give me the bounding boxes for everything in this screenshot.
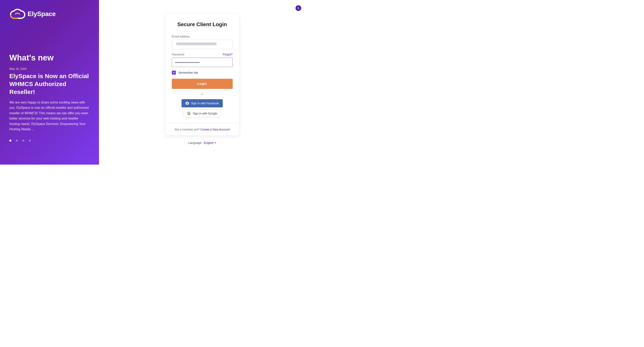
facebook-signin-button[interactable]: Sign in with Facebook	[182, 99, 223, 107]
create-account-link[interactable]: Create a New Account	[200, 128, 230, 131]
google-icon	[187, 112, 191, 115]
facebook-icon	[186, 102, 189, 105]
remember-me-row: Remember Me	[172, 71, 233, 75]
login-card: Secure Client Login Email Address Passwo…	[165, 14, 239, 136]
language-label: Language:	[188, 141, 202, 145]
remember-me-checkbox[interactable]	[172, 71, 176, 75]
login-title: Secure Client Login	[172, 21, 233, 28]
caret-down-icon	[214, 142, 216, 143]
carousel-dots	[9, 140, 90, 142]
email-redacted-overlay	[176, 43, 216, 45]
notification-badge[interactable]: 1	[296, 5, 301, 11]
news-body: We are very happy to share some exciting…	[9, 100, 90, 132]
cloud-logo-icon	[9, 9, 26, 19]
checkmark-icon	[172, 72, 175, 74]
login-card-footer: Not a member yet? Create a New Account	[165, 123, 239, 136]
news-date: May 16, 2024	[9, 67, 90, 70]
social-buttons: Sign in with Facebook Sign in with Googl…	[172, 99, 233, 118]
whats-new-title: What's new	[9, 53, 90, 62]
carousel-dot-2[interactable]	[16, 140, 18, 142]
language-selector-row: Language: English	[188, 141, 216, 145]
not-member-text: Not a member yet?	[175, 128, 200, 131]
email-input-wrapper	[172, 40, 233, 53]
carousel-dot-3[interactable]	[22, 140, 24, 142]
forgot-password-link[interactable]: Forgot?	[223, 53, 232, 56]
google-button-label: Sign in with Google	[193, 112, 217, 115]
news-sidebar: ElySpace What's new May 16, 2024 ElySpac…	[0, 0, 99, 165]
password-label: Password	[172, 53, 184, 56]
divider-text: or	[198, 93, 206, 96]
login-panel: 1 Secure Client Login Email Address Pass…	[99, 0, 305, 165]
carousel-dot-1[interactable]	[9, 140, 11, 142]
language-selected: English	[204, 141, 214, 145]
news-headline[interactable]: ElySpace is Now an Official WHMCS Author…	[9, 72, 90, 96]
facebook-button-label: Sign in with Facebook	[191, 102, 219, 105]
language-select[interactable]: English	[204, 141, 216, 145]
remember-me-label: Remember Me	[179, 71, 198, 74]
brand-name: ElySpace	[28, 10, 56, 18]
password-input[interactable]	[172, 58, 233, 67]
email-label: Email Address	[172, 35, 233, 38]
google-signin-button[interactable]: Sign in with Google	[183, 109, 221, 118]
brand-logo[interactable]: ElySpace	[9, 9, 90, 19]
carousel-dot-4[interactable]	[29, 140, 31, 142]
login-button[interactable]: Login	[172, 79, 233, 89]
social-divider: or	[172, 93, 233, 96]
whats-new-section: What's new May 16, 2024 ElySpace is Now …	[9, 53, 90, 142]
